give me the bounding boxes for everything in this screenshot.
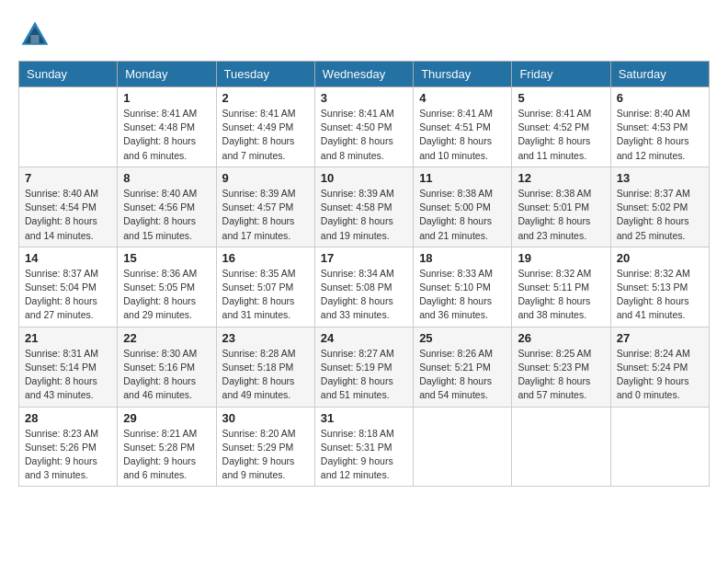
day-cell-19: 19Sunrise: 8:32 AM Sunset: 5:11 PM Dayli… — [512, 247, 610, 327]
day-cell-3: 3Sunrise: 8:41 AM Sunset: 4:50 PM Daylig… — [314, 87, 413, 167]
day-cell-12: 12Sunrise: 8:38 AM Sunset: 5:01 PM Dayli… — [512, 167, 610, 247]
day-info-4: Sunrise: 8:41 AM Sunset: 4:51 PM Dayligh… — [419, 107, 506, 163]
day-cell-29: 29Sunrise: 8:21 AM Sunset: 5:28 PM Dayli… — [118, 407, 216, 487]
day-number-25: 25 — [419, 331, 506, 345]
day-number-20: 20 — [617, 251, 703, 265]
weekday-header-sunday: Sunday — [19, 62, 118, 87]
empty-cell — [610, 407, 709, 487]
day-number-15: 15 — [123, 251, 210, 265]
day-info-22: Sunrise: 8:30 AM Sunset: 5:16 PM Dayligh… — [123, 347, 210, 403]
day-number-16: 16 — [222, 251, 309, 265]
day-number-14: 14 — [25, 251, 111, 265]
day-info-26: Sunrise: 8:25 AM Sunset: 5:23 PM Dayligh… — [518, 347, 604, 403]
weekday-header-wednesday: Wednesday — [314, 62, 413, 87]
day-cell-9: 9Sunrise: 8:39 AM Sunset: 4:57 PM Daylig… — [216, 167, 314, 247]
weekday-row: SundayMondayTuesdayWednesdayThursdayFrid… — [19, 62, 710, 87]
day-number-19: 19 — [518, 251, 604, 265]
day-info-12: Sunrise: 8:38 AM Sunset: 5:01 PM Dayligh… — [518, 187, 604, 243]
day-info-27: Sunrise: 8:24 AM Sunset: 5:24 PM Dayligh… — [617, 347, 703, 403]
day-info-10: Sunrise: 8:39 AM Sunset: 4:58 PM Dayligh… — [321, 187, 407, 243]
day-info-13: Sunrise: 8:37 AM Sunset: 5:02 PM Dayligh… — [617, 187, 703, 243]
day-number-7: 7 — [25, 171, 111, 185]
day-info-23: Sunrise: 8:28 AM Sunset: 5:18 PM Dayligh… — [222, 347, 309, 403]
day-number-27: 27 — [617, 331, 703, 345]
day-cell-24: 24Sunrise: 8:27 AM Sunset: 5:19 PM Dayli… — [314, 327, 413, 407]
day-cell-15: 15Sunrise: 8:36 AM Sunset: 5:05 PM Dayli… — [118, 247, 216, 327]
weekday-header-monday: Monday — [118, 62, 216, 87]
day-number-23: 23 — [222, 331, 309, 345]
day-cell-30: 30Sunrise: 8:20 AM Sunset: 5:29 PM Dayli… — [216, 407, 314, 487]
day-number-10: 10 — [321, 171, 407, 185]
day-info-1: Sunrise: 8:41 AM Sunset: 4:48 PM Dayligh… — [123, 107, 210, 163]
empty-cell — [414, 407, 512, 487]
weekday-header-saturday: Saturday — [610, 62, 709, 87]
svg-rect-2 — [31, 35, 40, 43]
day-number-3: 3 — [321, 91, 407, 105]
day-cell-17: 17Sunrise: 8:34 AM Sunset: 5:08 PM Dayli… — [314, 247, 413, 327]
day-cell-21: 21Sunrise: 8:31 AM Sunset: 5:14 PM Dayli… — [19, 327, 118, 407]
empty-cell — [19, 87, 118, 167]
week-row-4: 21Sunrise: 8:31 AM Sunset: 5:14 PM Dayli… — [19, 327, 710, 407]
day-cell-16: 16Sunrise: 8:35 AM Sunset: 5:07 PM Dayli… — [216, 247, 314, 327]
day-info-15: Sunrise: 8:36 AM Sunset: 5:05 PM Dayligh… — [123, 267, 210, 323]
day-cell-13: 13Sunrise: 8:37 AM Sunset: 5:02 PM Dayli… — [610, 167, 709, 247]
day-number-30: 30 — [222, 411, 309, 425]
day-number-29: 29 — [123, 411, 210, 425]
day-info-14: Sunrise: 8:37 AM Sunset: 5:04 PM Dayligh… — [25, 267, 111, 323]
day-cell-8: 8Sunrise: 8:40 AM Sunset: 4:56 PM Daylig… — [118, 167, 216, 247]
day-cell-6: 6Sunrise: 8:40 AM Sunset: 4:53 PM Daylig… — [610, 87, 709, 167]
day-cell-18: 18Sunrise: 8:33 AM Sunset: 5:10 PM Dayli… — [414, 247, 512, 327]
day-number-8: 8 — [123, 171, 210, 185]
week-row-1: 1Sunrise: 8:41 AM Sunset: 4:48 PM Daylig… — [19, 87, 710, 167]
calendar-table: SundayMondayTuesdayWednesdayThursdayFrid… — [18, 61, 710, 487]
day-number-1: 1 — [123, 91, 210, 105]
day-number-31: 31 — [321, 411, 407, 425]
day-cell-26: 26Sunrise: 8:25 AM Sunset: 5:23 PM Dayli… — [512, 327, 610, 407]
day-cell-25: 25Sunrise: 8:26 AM Sunset: 5:21 PM Dayli… — [414, 327, 512, 407]
day-info-30: Sunrise: 8:20 AM Sunset: 5:29 PM Dayligh… — [222, 427, 309, 483]
header — [18, 18, 710, 52]
day-info-9: Sunrise: 8:39 AM Sunset: 4:57 PM Dayligh… — [222, 187, 309, 243]
week-row-5: 28Sunrise: 8:23 AM Sunset: 5:26 PM Dayli… — [19, 407, 710, 487]
day-cell-22: 22Sunrise: 8:30 AM Sunset: 5:16 PM Dayli… — [118, 327, 216, 407]
day-number-18: 18 — [419, 251, 506, 265]
day-number-6: 6 — [617, 91, 703, 105]
day-number-17: 17 — [321, 251, 407, 265]
day-cell-31: 31Sunrise: 8:18 AM Sunset: 5:31 PM Dayli… — [314, 407, 413, 487]
day-cell-2: 2Sunrise: 8:41 AM Sunset: 4:49 PM Daylig… — [216, 87, 314, 167]
day-number-12: 12 — [518, 171, 604, 185]
day-info-3: Sunrise: 8:41 AM Sunset: 4:50 PM Dayligh… — [321, 107, 407, 163]
day-number-9: 9 — [222, 171, 309, 185]
day-info-28: Sunrise: 8:23 AM Sunset: 5:26 PM Dayligh… — [25, 427, 111, 483]
day-info-2: Sunrise: 8:41 AM Sunset: 4:49 PM Dayligh… — [222, 107, 309, 163]
weekday-header-friday: Friday — [512, 62, 610, 87]
day-cell-7: 7Sunrise: 8:40 AM Sunset: 4:54 PM Daylig… — [19, 167, 118, 247]
day-cell-10: 10Sunrise: 8:39 AM Sunset: 4:58 PM Dayli… — [314, 167, 413, 247]
day-info-21: Sunrise: 8:31 AM Sunset: 5:14 PM Dayligh… — [25, 347, 111, 403]
weekday-header-thursday: Thursday — [414, 62, 512, 87]
week-row-3: 14Sunrise: 8:37 AM Sunset: 5:04 PM Dayli… — [19, 247, 710, 327]
day-info-24: Sunrise: 8:27 AM Sunset: 5:19 PM Dayligh… — [321, 347, 407, 403]
weekday-header-tuesday: Tuesday — [216, 62, 314, 87]
day-info-19: Sunrise: 8:32 AM Sunset: 5:11 PM Dayligh… — [518, 267, 604, 323]
day-info-8: Sunrise: 8:40 AM Sunset: 4:56 PM Dayligh… — [123, 187, 210, 243]
day-cell-28: 28Sunrise: 8:23 AM Sunset: 5:26 PM Dayli… — [19, 407, 118, 487]
day-cell-5: 5Sunrise: 8:41 AM Sunset: 4:52 PM Daylig… — [512, 87, 610, 167]
day-cell-4: 4Sunrise: 8:41 AM Sunset: 4:51 PM Daylig… — [414, 87, 512, 167]
day-info-25: Sunrise: 8:26 AM Sunset: 5:21 PM Dayligh… — [419, 347, 506, 403]
day-info-20: Sunrise: 8:32 AM Sunset: 5:13 PM Dayligh… — [617, 267, 703, 323]
day-cell-23: 23Sunrise: 8:28 AM Sunset: 5:18 PM Dayli… — [216, 327, 314, 407]
day-info-16: Sunrise: 8:35 AM Sunset: 5:07 PM Dayligh… — [222, 267, 309, 323]
day-number-28: 28 — [25, 411, 111, 425]
logo — [18, 18, 57, 52]
day-number-5: 5 — [518, 91, 604, 105]
day-info-31: Sunrise: 8:18 AM Sunset: 5:31 PM Dayligh… — [321, 427, 407, 483]
logo-icon — [18, 18, 51, 52]
day-cell-1: 1Sunrise: 8:41 AM Sunset: 4:48 PM Daylig… — [118, 87, 216, 167]
day-info-18: Sunrise: 8:33 AM Sunset: 5:10 PM Dayligh… — [419, 267, 506, 323]
day-info-11: Sunrise: 8:38 AM Sunset: 5:00 PM Dayligh… — [419, 187, 506, 243]
day-cell-27: 27Sunrise: 8:24 AM Sunset: 5:24 PM Dayli… — [610, 327, 709, 407]
day-info-29: Sunrise: 8:21 AM Sunset: 5:28 PM Dayligh… — [123, 427, 210, 483]
day-number-11: 11 — [419, 171, 506, 185]
day-info-6: Sunrise: 8:40 AM Sunset: 4:53 PM Dayligh… — [617, 107, 703, 163]
